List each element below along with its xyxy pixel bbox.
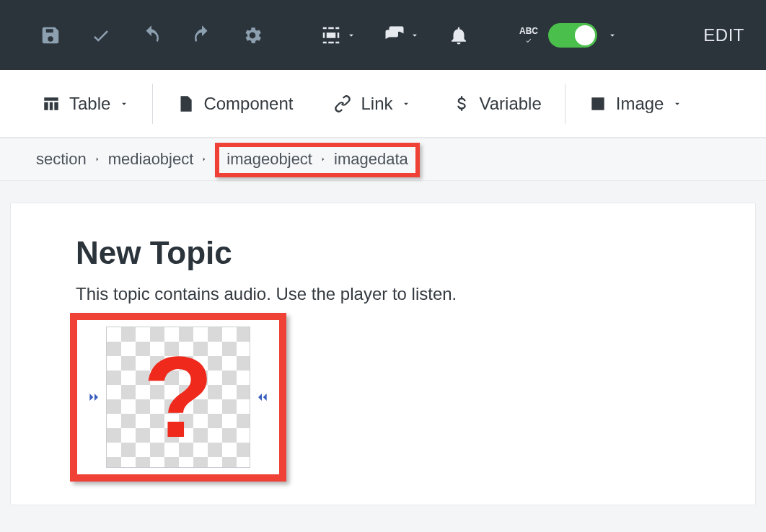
separator (152, 84, 153, 124)
bell-icon (448, 25, 470, 46)
comments-dropdown[interactable] (374, 14, 430, 57)
document-paragraph[interactable]: This topic contains audio. Use the playe… (76, 284, 690, 304)
chevron-down-icon (607, 30, 617, 40)
link-icon (333, 94, 352, 113)
breadcrumb-item[interactable]: section (36, 150, 87, 169)
confirm-button[interactable] (79, 14, 123, 57)
chevron-down-icon (119, 99, 129, 109)
double-arrow-left-icon (255, 390, 269, 404)
toggle-knob (575, 25, 595, 45)
redo-button[interactable] (180, 14, 224, 57)
media-placeholder-highlight: ? (70, 313, 286, 482)
frame-icon (320, 25, 342, 46)
mode-label[interactable]: EDIT (703, 25, 752, 45)
insert-table-label: Table (69, 94, 110, 114)
breadcrumb: section mediaobject imageobject imagedat… (0, 138, 766, 181)
comments-icon (384, 25, 405, 46)
redo-icon (191, 25, 213, 46)
spellcheck-group: ABC (509, 14, 628, 57)
resize-handle-right[interactable] (255, 389, 269, 406)
chevron-down-icon (346, 30, 356, 40)
document-title[interactable]: New Topic (76, 235, 690, 271)
insert-variable-label: Variable (479, 94, 541, 114)
document-card: New Topic This topic contains audio. Use… (10, 203, 756, 505)
chevron-down-icon (672, 99, 682, 109)
caret-right-icon (201, 154, 208, 164)
insert-link-label: Link (361, 94, 392, 114)
layout-dropdown[interactable] (310, 14, 366, 57)
undo-icon (141, 25, 162, 46)
save-icon (40, 25, 61, 46)
gear-icon (242, 25, 263, 46)
svg-point-0 (594, 99, 596, 102)
insert-image-label: Image (616, 94, 664, 114)
insert-image-button[interactable]: Image (568, 84, 703, 124)
chevron-down-icon (401, 99, 411, 109)
chevron-down-icon (410, 30, 420, 40)
breadcrumb-item[interactable]: mediaobject (108, 150, 194, 169)
insert-link-button[interactable]: Link (313, 84, 431, 124)
breadcrumb-highlight: imageobject imagedata (215, 143, 419, 177)
separator (565, 84, 565, 124)
settings-button[interactable] (231, 14, 274, 57)
insert-component-label: Component (203, 94, 293, 114)
breadcrumb-item[interactable]: imageobject (226, 150, 312, 169)
table-icon (42, 94, 61, 113)
media-placeholder[interactable]: ? (106, 327, 250, 468)
check-icon (523, 37, 534, 44)
spellcheck-toggle[interactable] (548, 23, 597, 48)
save-button[interactable] (29, 14, 72, 57)
double-arrow-right-icon (87, 390, 102, 404)
top-toolbar: ABC EDIT (0, 0, 766, 70)
insert-table-button[interactable]: Table (22, 84, 149, 124)
notifications-button[interactable] (437, 14, 480, 57)
insert-component-button[interactable]: Component (156, 84, 313, 124)
image-icon (589, 94, 607, 113)
caret-right-icon (320, 154, 327, 164)
document-icon (176, 94, 195, 113)
check-icon (90, 25, 112, 46)
undo-button[interactable] (130, 14, 173, 57)
spellcheck-label: ABC (519, 27, 538, 35)
editor-area: New Topic This topic contains audio. Use… (0, 181, 766, 505)
spellcheck-button[interactable]: ABC (519, 27, 538, 44)
insert-toolbar: Table Component Link Variable Image (0, 70, 766, 138)
breadcrumb-item[interactable]: imagedata (334, 150, 408, 169)
insert-variable-button[interactable]: Variable (431, 84, 561, 124)
caret-right-icon (94, 154, 101, 164)
resize-handle-left[interactable] (87, 389, 102, 406)
dollar-icon (452, 94, 470, 113)
missing-media-icon: ? (143, 340, 213, 455)
